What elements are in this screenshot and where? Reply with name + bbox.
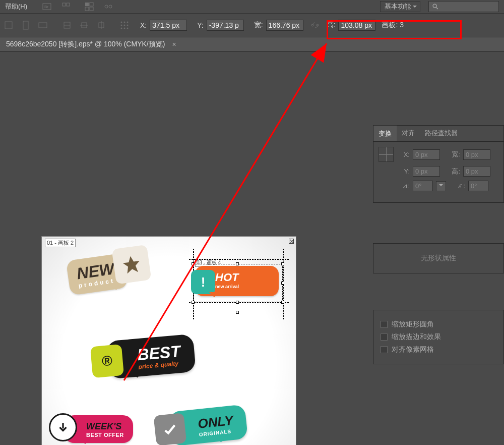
svg-rect-7 [90,7,93,11]
y-input[interactable]: -397.13 p [207,20,244,31]
tab-transform[interactable]: 变换 [373,126,397,141]
badge-best-title: BEST [137,344,181,362]
badge-week-sub: BEST OFFER [86,432,124,438]
svg-point-9 [109,5,112,8]
panel-w-label: 宽: [450,150,460,159]
badge-hot-sub: new arrival [215,284,271,289]
document-title: 5698c26be2050 [转换].eps* @ 100% (CMYK/预览) [6,40,165,49]
badge-only[interactable]: ONLY ORIGINALS [170,408,246,442]
control-bar: X: 371.5 px Y: -397.13 p 宽: 166.76 px 高:… [0,13,504,37]
checkbox-scale-corners[interactable] [381,321,388,328]
artboard-index: 画板: 3 [379,21,404,30]
check-label-3: 对齐像素网格 [392,345,434,354]
panel-y-input[interactable]: 0 px [413,166,440,177]
panel-w-input[interactable]: 0 px [463,149,490,160]
rectangle-tool-icon[interactable] [2,19,15,32]
arrow-down-icon [49,413,77,441]
align-h-icon[interactable] [78,19,91,32]
svg-point-8 [105,5,108,8]
reference-point-icon[interactable] [379,147,394,162]
panel-h-label: 高: [450,167,460,176]
star-icon [111,245,151,285]
workspace: 01 - 画板 2 NEW product 03 - 画板 4 ! HOT [0,51,504,445]
badge-week[interactable]: WEEK'S BEST OFFER [64,415,133,443]
panel-tabs: 变换 对齐 路径查找器 [373,126,503,142]
portrait-icon[interactable] [19,19,32,32]
svg-point-10 [433,4,436,8]
svg-point-23 [127,22,129,23]
svg-rect-4 [85,3,89,6]
badge-new[interactable]: NEW product [66,253,128,295]
width-label: 宽: [254,21,263,30]
svg-point-22 [124,22,125,23]
anchor-tools [2,19,49,32]
y-label: Y: [197,21,203,29]
panel-h-input[interactable]: 0 px [463,166,490,177]
svg-point-27 [121,28,122,29]
badge-week-title: WEEK'S [86,421,124,432]
hand-icon[interactable] [102,2,115,12]
x-input[interactable]: 371.5 px [150,20,187,31]
link-icon[interactable] [308,19,322,32]
artboard-close-icon[interactable] [289,239,294,244]
check-label-1: 缩放矩形圆角 [392,320,434,329]
svg-rect-5 [90,3,93,6]
arrange-icon[interactable] [83,2,96,12]
svg-point-29 [127,28,129,29]
bridge-icon[interactable]: Br [40,2,53,12]
stock-icon[interactable] [59,2,73,12]
artboard-label: 01 - 画板 2 [45,239,76,247]
svg-point-24 [121,25,122,26]
svg-rect-13 [23,21,28,29]
svg-rect-2 [62,3,66,6]
svg-point-26 [127,25,129,26]
search-icon [432,3,439,10]
document-tab[interactable]: 5698c26be2050 [转换].eps* @ 100% (CMYK/预览)… [0,37,504,51]
panel-shear-input[interactable]: 0° [468,181,488,191]
check-icon [153,413,186,445]
help-menu[interactable]: 帮助(H) [5,2,27,11]
landscape-icon[interactable] [36,19,49,32]
panel-x-label: X: [400,151,410,158]
panel-x-input[interactable]: 0 px [413,149,440,160]
height-input[interactable]: 103.08 px [338,20,375,31]
check-label-2: 缩放描边和效果 [392,332,441,342]
align-v-icon[interactable] [95,19,108,32]
svg-point-21 [121,22,122,23]
badge-best[interactable]: ® BEST price & qualty [107,338,195,375]
align-crop-icon[interactable] [60,19,74,32]
svg-line-11 [436,7,438,9]
options-panel: 缩放矩形圆角 缩放描边和效果 对齐像素网格 [373,310,504,364]
panel-rotate-input[interactable]: 0° [413,181,433,191]
search-input[interactable] [428,1,499,12]
svg-rect-12 [5,22,12,29]
svg-rect-14 [39,23,47,28]
tab-align[interactable]: 对齐 [397,126,420,141]
workspace-switcher[interactable]: 基本功能 [380,1,420,12]
selected-object[interactable]: 03 - 画板 4 ! HOT new arrival [189,259,290,319]
close-tab-icon[interactable]: × [172,40,176,48]
registered-icon: ® [90,344,124,378]
workspace-label: 基本功能 [385,2,411,11]
svg-rect-6 [85,7,89,11]
shape-panel: 无形状属性 [373,243,504,273]
x-label: X: [140,21,147,29]
height-label: 高: [327,21,336,30]
application-menu-bar: 帮助(H) Br 基本功能 [0,0,504,13]
exclamation-icon: ! [191,270,215,294]
panel-shear-label: ⫽: [455,182,465,190]
artboard-canvas[interactable]: 01 - 画板 2 NEW product 03 - 画板 4 ! HOT [41,236,296,445]
checkbox-scale-strokes[interactable] [381,333,388,341]
tab-pathfinder[interactable]: 路径查找器 [420,126,463,141]
width-input[interactable]: 166.76 px [266,20,303,31]
rotate-dropdown-icon[interactable] [436,181,446,191]
align-tools [60,19,108,32]
svg-rect-3 [67,3,70,6]
transform-panel: 变换 对齐 路径查找器 X: 0 px 宽: 0 px Y: 0 px 高: 0… [373,125,504,203]
badge-hot-title: HOT [215,271,271,284]
panel-rotate-label: ⊿: [400,182,410,190]
checkbox-pixel-grid[interactable] [381,346,388,353]
svg-text:Br: Br [44,5,48,9]
panel-y-label: Y: [400,168,410,175]
reference-grid-icon[interactable] [118,19,131,32]
